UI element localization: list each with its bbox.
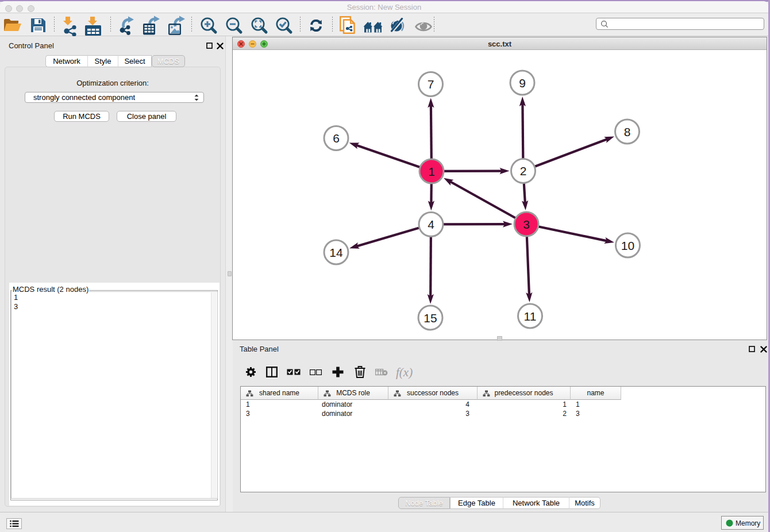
svg-text:8: 8 xyxy=(624,125,631,138)
svg-text:14: 14 xyxy=(329,246,343,259)
svg-text:15: 15 xyxy=(424,311,437,325)
svg-text:10: 10 xyxy=(621,239,634,252)
svg-text:4: 4 xyxy=(428,218,434,231)
svg-text:1: 1 xyxy=(428,165,435,178)
svg-text:9: 9 xyxy=(519,76,526,90)
svg-text:6: 6 xyxy=(333,132,340,145)
svg-text:7: 7 xyxy=(428,78,434,91)
svg-text:2: 2 xyxy=(520,164,527,178)
svg-text:3: 3 xyxy=(523,218,530,231)
svg-text:11: 11 xyxy=(524,310,537,323)
